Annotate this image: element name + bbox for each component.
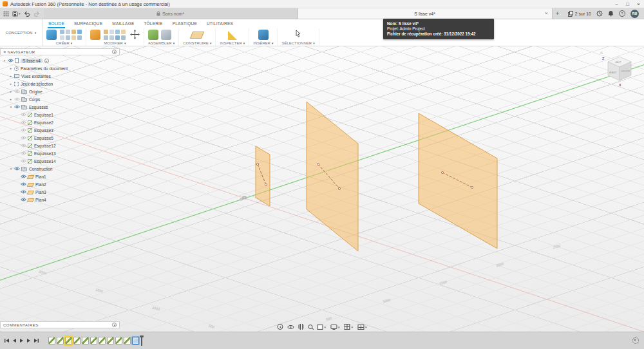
tree-item[interactable]: ▾Esquisses	[0, 103, 120, 111]
timeline-feature-sketch[interactable]	[65, 337, 72, 344]
sketch-profile-plane[interactable]	[307, 102, 358, 251]
navigator-header[interactable]: ◀ NAVIGATEUR	[0, 48, 120, 55]
orbit-button[interactable]	[277, 324, 283, 330]
tree-item[interactable]: Plan4	[0, 196, 120, 203]
step-forward-button[interactable]	[26, 338, 31, 343]
visibility-eye-icon[interactable]	[20, 182, 27, 186]
pan-button[interactable]	[298, 324, 303, 330]
expander-icon[interactable]: ▾	[2, 59, 7, 62]
ribbon-tab-utilitaires[interactable]: UTILITAIRES	[206, 21, 234, 28]
origin-marker[interactable]	[240, 198, 242, 200]
tool-icon[interactable]	[77, 35, 82, 40]
sketch-point[interactable]	[265, 184, 267, 185]
collapse-panel-icon[interactable]: ◀	[3, 50, 5, 53]
expander-icon[interactable]: ▸	[8, 90, 14, 93]
ribbon-tab-tôlerie[interactable]: TÔLERIE	[143, 21, 163, 28]
sketch-point[interactable]	[471, 186, 473, 188]
ribbon-group-label[interactable]: ASSEMBLER▾	[148, 41, 175, 45]
document-tab-s-lisse-v4[interactable]: S lisse v4* ×	[298, 8, 553, 19]
visibility-eye-icon[interactable]	[20, 190, 27, 194]
tool-icon[interactable]	[66, 30, 70, 34]
visibility-eye-icon[interactable]	[14, 167, 21, 171]
sketch-point[interactable]	[441, 171, 443, 173]
visibility-eye-icon[interactable]	[14, 97, 21, 101]
go-to-end-button[interactable]	[33, 338, 39, 343]
close-button[interactable]: ×	[633, 0, 644, 8]
insert-icon[interactable]	[258, 30, 269, 40]
tool-icon[interactable]	[104, 35, 108, 40]
comments-header[interactable]: COMMENTAIRES	[0, 321, 120, 328]
tree-item[interactable]: Esquisse3	[0, 126, 120, 134]
sketch-profile-plane[interactable]	[419, 113, 497, 249]
tool-icon[interactable]	[60, 35, 64, 40]
app-menu-grid-icon[interactable]	[3, 11, 9, 17]
ribbon-group-label[interactable]: INSÉRER▾	[253, 41, 273, 45]
tool-icon[interactable]	[77, 30, 82, 34]
joint-icon[interactable]	[161, 30, 171, 40]
timeline-feature-sketch[interactable]	[90, 337, 97, 344]
tree-item[interactable]: ▸Paramètres du document	[0, 64, 120, 72]
timeline-feature-sketch[interactable]	[48, 337, 55, 344]
tree-item[interactable]: ▾S lisse v4	[0, 57, 120, 64]
tree-item[interactable]: Esquisse12	[0, 142, 120, 149]
new-component-icon[interactable]	[148, 30, 158, 40]
expander-icon[interactable]: ▸	[8, 74, 14, 78]
panel-options-icon[interactable]	[112, 323, 117, 327]
tool-icon[interactable]	[121, 30, 126, 34]
timeline-feature-sketch[interactable]	[99, 337, 106, 344]
viewports-button[interactable]: ▾	[357, 325, 367, 330]
tree-item[interactable]: Esquisse5	[0, 134, 120, 142]
tool-icon[interactable]	[66, 35, 70, 40]
home-view-icon[interactable]: ⌂	[600, 50, 603, 55]
visibility-eye-icon[interactable]	[20, 128, 27, 132]
visibility-eye-icon[interactable]	[20, 136, 27, 140]
timeline-feature-sketch[interactable]	[115, 337, 122, 344]
tree-item[interactable]: Plan2	[0, 180, 120, 188]
tree-item[interactable]: ▸Corps	[0, 95, 120, 103]
tree-item[interactable]: ▸Vues existantes	[0, 72, 120, 80]
timeline-feature-sketch[interactable]	[82, 337, 89, 344]
ribbon-group-label[interactable]: CONSTRUIRE▾	[183, 41, 211, 45]
tree-item[interactable]: Esquisse1	[0, 111, 120, 118]
tool-icon[interactable]	[109, 30, 114, 34]
tree-item[interactable]: ▾Construction	[0, 165, 120, 173]
tree-item[interactable]: Esquisse14	[0, 157, 120, 165]
save-icon[interactable]: ▾	[12, 11, 21, 17]
timeline-feature-sketch[interactable]	[107, 337, 114, 344]
ribbon-group-label[interactable]: CRÉER▾	[46, 41, 82, 45]
tree-item[interactable]: ▸Origine	[0, 88, 120, 95]
new-document-tab-button[interactable]: +	[553, 8, 563, 19]
zoom-button[interactable]	[308, 325, 312, 329]
tool-icon[interactable]	[115, 30, 120, 34]
press-pull-icon[interactable]	[90, 30, 100, 40]
visibility-eye-icon[interactable]	[20, 144, 27, 147]
step-back-button[interactable]	[12, 338, 17, 343]
ribbon-group-label[interactable]: MODIFIER▾	[90, 41, 140, 45]
timeline-playhead[interactable]	[141, 336, 142, 346]
display-settings-button[interactable]: ▾	[330, 325, 340, 329]
grid-settings-button[interactable]: ▾	[345, 324, 354, 330]
tool-icon[interactable]	[104, 30, 108, 34]
play-button[interactable]	[19, 338, 24, 343]
minimize-button[interactable]: –	[611, 0, 622, 8]
go-to-start-button[interactable]	[4, 338, 10, 343]
ribbon-group-label[interactable]: SÉLECTIONNER▾	[281, 41, 314, 45]
move-copy-icon[interactable]	[130, 30, 140, 39]
panel-options-icon[interactable]	[112, 50, 117, 54]
tree-item[interactable]: ▸Jeux de sélection	[0, 80, 120, 88]
select-cursor-icon[interactable]	[295, 30, 301, 39]
tree-item[interactable]: Esquisse13	[0, 149, 120, 157]
job-status-clock-icon[interactable]	[596, 10, 603, 17]
tool-icon[interactable]	[60, 30, 64, 34]
ribbon-tab-maillage[interactable]: MAILLAGE	[111, 21, 135, 28]
document-pager[interactable]: 2 sur 10	[568, 11, 591, 17]
document-tab-sans-nom[interactable]: Sans nom*	[44, 8, 298, 19]
view-cube-graphic[interactable]: Z HAUT AVANT DROITE X	[600, 50, 636, 88]
timeline-options-gear-icon[interactable]	[632, 337, 639, 344]
ribbon-tab-solide[interactable]: SOLIDE	[48, 21, 65, 28]
ribbon-group-label[interactable]: INSPECTER▾	[220, 41, 245, 45]
expander-icon[interactable]: ▾	[8, 167, 14, 171]
help-icon[interactable]: ?	[619, 10, 625, 17]
expander-icon[interactable]: ▸	[8, 97, 14, 101]
timeline-feature-sketch[interactable]	[73, 337, 80, 344]
